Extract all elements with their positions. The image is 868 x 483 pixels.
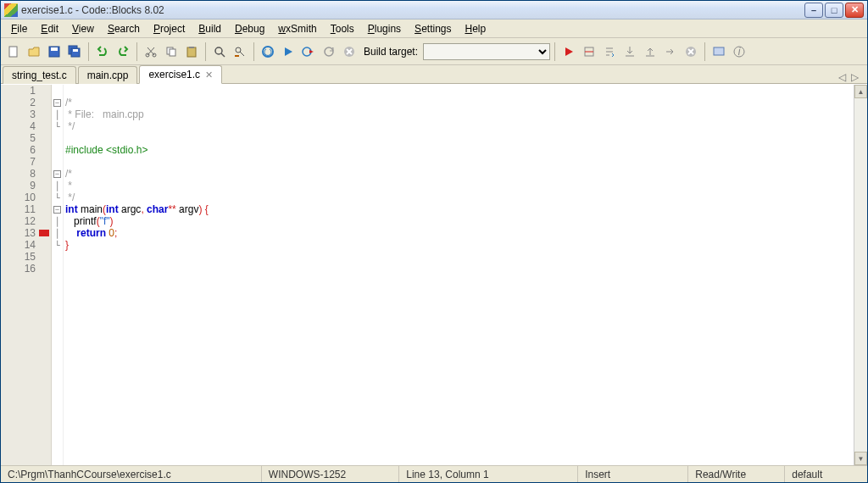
line-number[interactable]: 13 (1, 227, 51, 239)
menu-settings[interactable]: Settings (408, 21, 458, 36)
fold-marker[interactable]: − (52, 168, 63, 180)
menu-build[interactable]: Build (192, 21, 228, 36)
fold-marker (52, 85, 63, 97)
line-number[interactable]: 12 (1, 215, 51, 227)
code-line[interactable] (65, 156, 854, 168)
debugging-windows-button[interactable] (709, 42, 728, 61)
code-area[interactable]: /* * File: main.cpp */#include <stdio.h>… (64, 85, 854, 465)
find-button[interactable] (210, 42, 229, 61)
line-number[interactable]: 5 (1, 132, 51, 144)
run-to-cursor-button[interactable] (580, 42, 598, 61)
menu-search[interactable]: Search (101, 21, 147, 36)
save-button[interactable] (45, 42, 64, 61)
svg-rect-20 (714, 47, 724, 55)
tab-string_test-c[interactable]: string_test.c (3, 66, 76, 84)
breakpoint-marker[interactable] (39, 230, 49, 236)
fold-marker: └ (52, 239, 63, 251)
minimize-button[interactable]: – (804, 3, 823, 18)
build-target-select[interactable] (423, 43, 550, 60)
fold-marker: │ (52, 227, 63, 239)
line-number[interactable]: 9 (1, 180, 51, 192)
menu-wxsmith[interactable]: wxSmith (271, 21, 323, 36)
scroll-down-button[interactable]: ▼ (854, 452, 867, 465)
line-number[interactable]: 8 (1, 168, 51, 180)
svg-rect-11 (189, 47, 194, 48)
code-line[interactable]: */ (65, 120, 854, 132)
code-line[interactable]: #include <stdio.h> (65, 144, 854, 156)
code-line[interactable] (65, 251, 854, 263)
code-line[interactable]: * (65, 180, 854, 192)
svg-rect-2 (51, 47, 58, 51)
next-line-button[interactable] (600, 42, 619, 61)
line-number[interactable]: 16 (1, 263, 51, 275)
line-number-gutter[interactable]: 12345678910111213141516 (1, 85, 52, 465)
tab-close-icon[interactable]: ✕ (205, 69, 213, 80)
code-line[interactable]: */ (65, 192, 854, 203)
menu-plugins[interactable]: Plugins (361, 21, 408, 36)
stop-debug-button[interactable] (682, 42, 700, 61)
editor-tab-bar: string_test.cmain.cppexercise1.c✕ ◁ ▷ (1, 65, 867, 84)
scroll-up-button[interactable]: ▲ (854, 85, 867, 98)
rebuild-button[interactable] (320, 42, 338, 61)
paste-button[interactable] (182, 42, 201, 61)
code-line[interactable] (65, 85, 854, 97)
build-run-button[interactable] (299, 42, 318, 61)
code-editor[interactable]: 12345678910111213141516 −│└−│└−││└ /* * … (1, 84, 867, 465)
code-line[interactable] (65, 263, 854, 275)
step-into-button[interactable] (620, 42, 639, 61)
open-file-button[interactable] (25, 42, 43, 61)
vertical-scrollbar[interactable]: ▲ ▼ (854, 85, 867, 465)
menu-project[interactable]: Project (147, 21, 192, 36)
step-out-button[interactable] (641, 42, 659, 61)
line-number[interactable]: 7 (1, 156, 51, 168)
maximize-button[interactable]: □ (825, 3, 843, 18)
scroll-track[interactable] (854, 98, 867, 452)
abort-button[interactable] (340, 42, 359, 61)
line-number[interactable]: 11 (1, 203, 51, 215)
code-line[interactable]: * File: main.cpp (65, 108, 854, 120)
title-bar: exercise1.c - Code::Blocks 8.02 – □ ✕ (1, 1, 867, 19)
tab-prev-button[interactable]: ◁ (838, 71, 846, 83)
line-number[interactable]: 3 (1, 108, 51, 120)
line-number[interactable]: 1 (1, 85, 51, 97)
status-path: C:\Prgm\ThanhCCourse\exercise1.c (1, 466, 262, 482)
code-line[interactable]: return 0; (65, 227, 854, 239)
code-line[interactable]: } (65, 239, 854, 251)
fold-marker[interactable]: − (52, 203, 63, 215)
line-number[interactable]: 6 (1, 144, 51, 156)
code-line[interactable]: int main(int argc, char** argv) { (65, 203, 854, 215)
new-file-button[interactable] (4, 42, 23, 61)
info-button[interactable]: i (730, 42, 748, 61)
line-number[interactable]: 15 (1, 251, 51, 263)
tab-next-button[interactable]: ▷ (851, 71, 859, 83)
cut-button[interactable] (142, 42, 160, 61)
build-button[interactable] (259, 42, 277, 61)
line-number[interactable]: 10 (1, 192, 51, 203)
menu-file[interactable]: File (4, 21, 34, 36)
undo-button[interactable] (93, 42, 112, 61)
code-line[interactable] (65, 132, 854, 144)
menu-view[interactable]: View (65, 21, 101, 36)
copy-button[interactable] (162, 42, 181, 61)
next-instr-button[interactable] (661, 42, 680, 61)
fold-marker[interactable]: − (52, 97, 63, 108)
menu-help[interactable]: Help (458, 21, 492, 36)
line-number[interactable]: 2 (1, 97, 51, 108)
tab-exercise1-c[interactable]: exercise1.c✕ (139, 65, 222, 84)
menu-tools[interactable]: Tools (324, 21, 361, 36)
redo-button[interactable] (114, 42, 132, 61)
menu-debug[interactable]: Debug (228, 21, 271, 36)
replace-button[interactable] (231, 42, 249, 61)
tab-main-cpp[interactable]: main.cpp (78, 66, 138, 84)
fold-column[interactable]: −│└−│└−││└ (52, 85, 64, 465)
code-line[interactable]: /* (65, 97, 854, 108)
run-button[interactable] (279, 42, 298, 61)
save-all-button[interactable] (65, 42, 84, 61)
close-button[interactable]: ✕ (845, 3, 864, 18)
code-line[interactable]: printf("f") (65, 215, 854, 227)
line-number[interactable]: 4 (1, 120, 51, 132)
debug-start-button[interactable] (559, 42, 578, 61)
menu-edit[interactable]: Edit (34, 21, 65, 36)
line-number[interactable]: 14 (1, 239, 51, 251)
code-line[interactable]: /* (65, 168, 854, 180)
